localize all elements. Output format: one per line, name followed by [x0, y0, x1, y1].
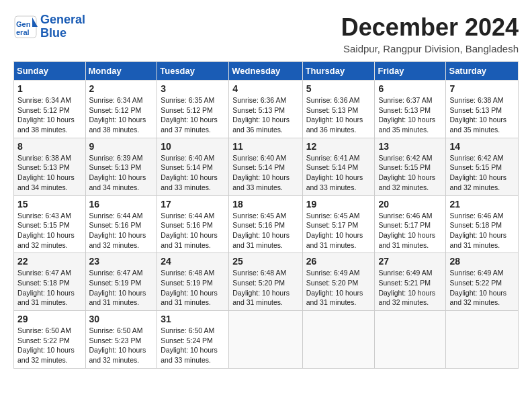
calendar-cell [446, 311, 519, 369]
calendar-cell: 23Sunrise: 6:47 AM Sunset: 5:19 PM Dayli… [85, 253, 157, 311]
day-number: 10 [161, 141, 225, 152]
calendar-table: SundayMondayTuesdayWednesdayThursdayFrid… [13, 61, 519, 369]
day-number: 26 [306, 256, 371, 267]
header-day-monday: Monday [85, 62, 157, 81]
calendar-cell: 7Sunrise: 6:38 AM Sunset: 5:13 PM Daylig… [446, 81, 519, 138]
day-info: Sunrise: 6:50 AM Sunset: 5:23 PM Dayligh… [89, 326, 154, 365]
logo-area: Gen eral General Blue [13, 13, 85, 40]
calendar-cell: 18Sunrise: 6:45 AM Sunset: 5:16 PM Dayli… [229, 195, 302, 253]
day-number: 4 [232, 83, 298, 94]
logo-text-general: General [40, 13, 85, 27]
month-title: December 2024 [341, 13, 519, 42]
day-info: Sunrise: 6:43 AM Sunset: 5:15 PM Dayligh… [17, 211, 82, 250]
day-info: Sunrise: 6:46 AM Sunset: 5:17 PM Dayligh… [378, 211, 442, 250]
day-info: Sunrise: 6:45 AM Sunset: 5:16 PM Dayligh… [232, 211, 298, 250]
day-info: Sunrise: 6:45 AM Sunset: 5:17 PM Dayligh… [306, 211, 371, 250]
day-info: Sunrise: 6:34 AM Sunset: 5:12 PM Dayligh… [17, 95, 82, 135]
week-row-1: 1Sunrise: 6:34 AM Sunset: 5:12 PM Daylig… [14, 81, 519, 138]
calendar-cell: 4Sunrise: 6:36 AM Sunset: 5:13 PM Daylig… [229, 81, 302, 138]
day-number: 15 [17, 199, 82, 210]
day-number: 29 [17, 314, 82, 324]
day-number: 17 [161, 199, 225, 210]
logo-text-blue: Blue [40, 27, 85, 40]
header-day-sunday: Sunday [14, 62, 86, 81]
day-number: 3 [161, 83, 225, 94]
calendar-cell: 3Sunrise: 6:35 AM Sunset: 5:12 PM Daylig… [157, 81, 229, 138]
header: Gen eral General Blue December 2024 Said… [13, 13, 519, 54]
calendar-cell: 15Sunrise: 6:43 AM Sunset: 5:15 PM Dayli… [14, 195, 86, 253]
svg-text:eral: eral [16, 28, 30, 36]
svg-text:Gen: Gen [16, 20, 31, 28]
header-day-friday: Friday [375, 62, 446, 81]
location-title: Saidpur, Rangpur Division, Bangladesh [341, 43, 519, 54]
calendar-cell [375, 311, 446, 369]
day-number: 11 [232, 141, 298, 152]
calendar-cell: 30Sunrise: 6:50 AM Sunset: 5:23 PM Dayli… [85, 311, 157, 369]
logo-icon: Gen eral [13, 15, 38, 39]
day-info: Sunrise: 6:38 AM Sunset: 5:13 PM Dayligh… [17, 153, 82, 193]
day-number: 28 [449, 256, 515, 267]
day-info: Sunrise: 6:48 AM Sunset: 5:20 PM Dayligh… [232, 268, 298, 308]
day-number: 24 [161, 256, 225, 267]
day-number: 31 [161, 314, 225, 324]
calendar-cell: 13Sunrise: 6:42 AM Sunset: 5:15 PM Dayli… [375, 138, 446, 195]
day-number: 7 [449, 83, 515, 94]
day-number: 19 [306, 199, 371, 210]
header-row: SundayMondayTuesdayWednesdayThursdayFrid… [14, 62, 519, 81]
day-info: Sunrise: 6:44 AM Sunset: 5:16 PM Dayligh… [89, 211, 154, 250]
calendar-cell: 28Sunrise: 6:49 AM Sunset: 5:22 PM Dayli… [446, 253, 519, 311]
calendar-body: 1Sunrise: 6:34 AM Sunset: 5:12 PM Daylig… [14, 81, 519, 369]
calendar-cell: 10Sunrise: 6:40 AM Sunset: 5:14 PM Dayli… [157, 138, 229, 195]
calendar-cell: 6Sunrise: 6:37 AM Sunset: 5:13 PM Daylig… [375, 81, 446, 138]
calendar-header: SundayMondayTuesdayWednesdayThursdayFrid… [14, 62, 519, 81]
day-info: Sunrise: 6:44 AM Sunset: 5:16 PM Dayligh… [161, 211, 225, 250]
calendar-cell [229, 311, 302, 369]
day-number: 14 [449, 141, 515, 152]
calendar-cell: 14Sunrise: 6:42 AM Sunset: 5:15 PM Dayli… [446, 138, 519, 195]
header-day-tuesday: Tuesday [157, 62, 229, 81]
calendar-cell: 12Sunrise: 6:41 AM Sunset: 5:14 PM Dayli… [302, 138, 375, 195]
day-number: 20 [378, 199, 442, 210]
day-number: 23 [89, 256, 154, 267]
week-row-3: 15Sunrise: 6:43 AM Sunset: 5:15 PM Dayli… [14, 195, 519, 253]
calendar-cell: 21Sunrise: 6:46 AM Sunset: 5:18 PM Dayli… [446, 195, 519, 253]
calendar-cell [302, 311, 375, 369]
day-number: 16 [89, 199, 154, 210]
day-info: Sunrise: 6:40 AM Sunset: 5:14 PM Dayligh… [232, 153, 298, 193]
day-info: Sunrise: 6:37 AM Sunset: 5:13 PM Dayligh… [378, 95, 442, 135]
header-day-thursday: Thursday [302, 62, 375, 81]
calendar-cell: 31Sunrise: 6:50 AM Sunset: 5:24 PM Dayli… [157, 311, 229, 369]
day-info: Sunrise: 6:50 AM Sunset: 5:22 PM Dayligh… [17, 326, 82, 365]
day-info: Sunrise: 6:47 AM Sunset: 5:18 PM Dayligh… [17, 268, 82, 308]
day-info: Sunrise: 6:36 AM Sunset: 5:13 PM Dayligh… [232, 95, 298, 135]
calendar-cell: 25Sunrise: 6:48 AM Sunset: 5:20 PM Dayli… [229, 253, 302, 311]
day-number: 12 [306, 141, 371, 152]
day-info: Sunrise: 6:35 AM Sunset: 5:12 PM Dayligh… [161, 95, 225, 135]
calendar-cell: 2Sunrise: 6:34 AM Sunset: 5:12 PM Daylig… [85, 81, 157, 138]
calendar-cell: 8Sunrise: 6:38 AM Sunset: 5:13 PM Daylig… [14, 138, 86, 195]
day-number: 22 [17, 256, 82, 267]
calendar-cell: 1Sunrise: 6:34 AM Sunset: 5:12 PM Daylig… [14, 81, 86, 138]
day-info: Sunrise: 6:49 AM Sunset: 5:20 PM Dayligh… [306, 268, 371, 308]
day-number: 1 [17, 83, 82, 94]
day-info: Sunrise: 6:46 AM Sunset: 5:18 PM Dayligh… [449, 211, 515, 250]
day-info: Sunrise: 6:50 AM Sunset: 5:24 PM Dayligh… [161, 326, 225, 365]
calendar-cell: 5Sunrise: 6:36 AM Sunset: 5:13 PM Daylig… [302, 81, 375, 138]
day-info: Sunrise: 6:36 AM Sunset: 5:13 PM Dayligh… [306, 95, 371, 135]
day-number: 5 [306, 83, 371, 94]
logo-wrapper: Gen eral General Blue [13, 13, 85, 40]
day-number: 13 [378, 141, 442, 152]
day-number: 6 [378, 83, 442, 94]
calendar-cell: 29Sunrise: 6:50 AM Sunset: 5:22 PM Dayli… [14, 311, 86, 369]
calendar-cell: 22Sunrise: 6:47 AM Sunset: 5:18 PM Dayli… [14, 253, 86, 311]
week-row-4: 22Sunrise: 6:47 AM Sunset: 5:18 PM Dayli… [14, 253, 519, 311]
calendar-cell: 24Sunrise: 6:48 AM Sunset: 5:19 PM Dayli… [157, 253, 229, 311]
day-info: Sunrise: 6:49 AM Sunset: 5:21 PM Dayligh… [378, 268, 442, 308]
calendar-cell: 27Sunrise: 6:49 AM Sunset: 5:21 PM Dayli… [375, 253, 446, 311]
day-info: Sunrise: 6:40 AM Sunset: 5:14 PM Dayligh… [161, 153, 225, 193]
day-number: 25 [232, 256, 298, 267]
day-info: Sunrise: 6:47 AM Sunset: 5:19 PM Dayligh… [89, 268, 154, 308]
day-info: Sunrise: 6:49 AM Sunset: 5:22 PM Dayligh… [449, 268, 515, 308]
calendar-cell: 26Sunrise: 6:49 AM Sunset: 5:20 PM Dayli… [302, 253, 375, 311]
day-info: Sunrise: 6:41 AM Sunset: 5:14 PM Dayligh… [306, 153, 371, 193]
